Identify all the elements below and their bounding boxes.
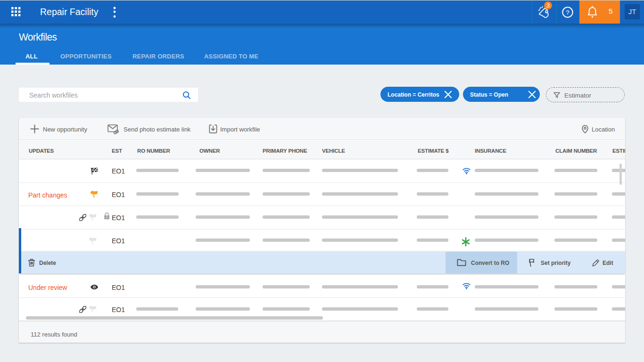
svg-text:?: ? <box>566 9 570 16</box>
